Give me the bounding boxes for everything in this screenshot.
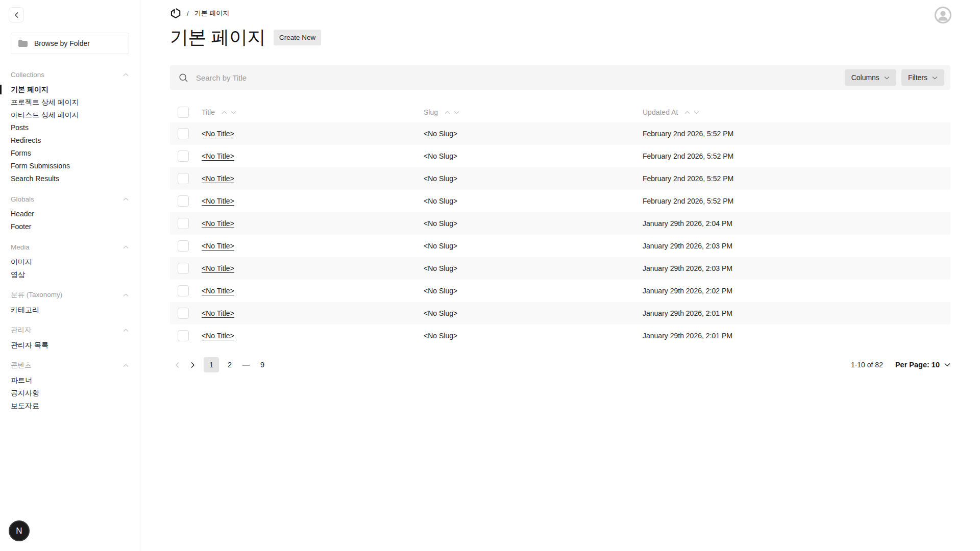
sidebar: Browse by Folder Collections 기본 페이지 프로젝트… bbox=[0, 0, 140, 551]
columns-button[interactable]: Columns bbox=[845, 69, 896, 86]
page-button-9[interactable]: 9 bbox=[255, 357, 270, 372]
sidebar-item-footer[interactable]: Footer bbox=[0, 220, 140, 233]
table-row: <No Title> <No Slug> February 2nd 2026, … bbox=[170, 122, 950, 145]
nav-group-content-header[interactable]: 콘텐츠 bbox=[0, 359, 140, 371]
sidebar-item-forms[interactable]: Forms bbox=[0, 147, 140, 160]
per-page-selector[interactable]: Per Page: 10 bbox=[895, 361, 950, 369]
row-checkbox[interactable] bbox=[178, 285, 189, 296]
row-title-link[interactable]: <No Title> bbox=[202, 242, 234, 250]
page-button-1[interactable]: 1 bbox=[204, 357, 219, 372]
sidebar-item-images[interactable]: 이미지 bbox=[0, 256, 140, 268]
sort-desc-icon[interactable] bbox=[454, 111, 459, 114]
row-title-link[interactable]: <No Title> bbox=[202, 287, 234, 295]
nav-group-collections-header[interactable]: Collections bbox=[0, 68, 140, 81]
row-title-link[interactable]: <No Title> bbox=[202, 152, 234, 160]
sidebar-item-redirects[interactable]: Redirects bbox=[0, 134, 140, 147]
sidebar-item-press-releases[interactable]: 보도자료 bbox=[0, 399, 140, 412]
row-checkbox[interactable] bbox=[178, 263, 189, 274]
chevron-up-icon bbox=[123, 197, 129, 201]
next-page-button[interactable] bbox=[185, 358, 200, 372]
nav-group-globals-header[interactable]: Globals bbox=[0, 193, 140, 205]
sort-asc-icon[interactable] bbox=[222, 111, 227, 114]
row-checkbox[interactable] bbox=[178, 240, 189, 252]
row-title-link[interactable]: <No Title> bbox=[202, 197, 234, 205]
row-title-link[interactable]: <No Title> bbox=[202, 332, 234, 340]
nav-group-media: Media 이미지 영상 bbox=[0, 241, 140, 281]
table-row: <No Title> <No Slug> January 29th 2026, … bbox=[170, 212, 950, 235]
row-checkbox[interactable] bbox=[178, 218, 189, 229]
previous-page-button[interactable] bbox=[170, 358, 184, 372]
row-title-link[interactable]: <No Title> bbox=[202, 219, 234, 228]
chevron-up-icon bbox=[123, 245, 129, 249]
sidebar-item-artist-detail-pages[interactable]: 아티스트 상세 페이지 bbox=[0, 109, 140, 121]
sidebar-item-project-detail-pages[interactable]: 프로젝트 상세 페이지 bbox=[0, 96, 140, 109]
row-title-link[interactable]: <No Title> bbox=[202, 264, 234, 272]
chevron-down-icon bbox=[944, 363, 950, 367]
sort-desc-icon[interactable] bbox=[231, 111, 236, 114]
nav-group-label: 분류 (Taxonomy) bbox=[11, 290, 62, 299]
select-all-checkbox[interactable] bbox=[178, 107, 189, 118]
row-title-link[interactable]: <No Title> bbox=[202, 309, 234, 317]
sidebar-item-header[interactable]: Header bbox=[0, 208, 140, 220]
dev-tools-widget-label: N bbox=[16, 526, 22, 536]
nav-group-admin-header[interactable]: 관리자 bbox=[0, 324, 140, 336]
search-input[interactable] bbox=[195, 73, 840, 83]
sidebar-item-form-submissions[interactable]: Form Submissions bbox=[0, 160, 140, 172]
table-row: <No Title> <No Slug> January 29th 2026, … bbox=[170, 280, 950, 302]
table-row: <No Title> <No Slug> January 29th 2026, … bbox=[170, 257, 950, 280]
row-slug: <No Slug> bbox=[424, 264, 643, 272]
breadcrumb-current[interactable]: 기본 페이지 bbox=[194, 9, 230, 18]
browse-by-folder-label: Browse by Folder bbox=[34, 39, 90, 47]
folder-icon bbox=[18, 40, 28, 47]
account-button[interactable] bbox=[935, 7, 951, 23]
row-title-link[interactable]: <No Title> bbox=[202, 174, 234, 183]
chevron-up-icon bbox=[123, 329, 129, 332]
results-summary: 1-10 of 82 bbox=[851, 361, 883, 369]
page-button-2[interactable]: 2 bbox=[222, 357, 237, 372]
nav-group-label: Globals bbox=[11, 195, 34, 203]
browse-by-folder-button[interactable]: Browse by Folder bbox=[11, 33, 129, 54]
page-ellipsis: — bbox=[242, 361, 250, 369]
nav-group-media-header[interactable]: Media bbox=[0, 241, 140, 253]
filters-button-label: Filters bbox=[908, 73, 927, 82]
chevron-left-icon bbox=[14, 12, 19, 18]
chevron-down-icon bbox=[884, 76, 890, 80]
sort-desc-icon[interactable] bbox=[694, 111, 699, 114]
sidebar-item-categories[interactable]: 카테고리 bbox=[0, 304, 140, 316]
row-updated-at: January 29th 2026, 2:02 PM bbox=[643, 287, 950, 295]
sidebar-item-posts[interactable]: Posts bbox=[0, 121, 140, 134]
sidebar-item-admin-list[interactable]: 관리자 목록 bbox=[0, 339, 140, 352]
nav-group-taxonomy-header[interactable]: 분류 (Taxonomy) bbox=[0, 289, 140, 301]
row-checkbox[interactable] bbox=[178, 330, 189, 341]
create-new-button[interactable]: Create New bbox=[274, 30, 321, 45]
row-title-link[interactable]: <No Title> bbox=[202, 130, 234, 138]
collection-table: Title Slug Updated At bbox=[170, 102, 950, 347]
row-checkbox[interactable] bbox=[178, 128, 189, 139]
nav-group-collections: Collections 기본 페이지 프로젝트 상세 페이지 아티스트 상세 페… bbox=[0, 68, 140, 185]
payload-logo-icon[interactable] bbox=[170, 8, 181, 19]
sidebar-item-notices[interactable]: 공지사항 bbox=[0, 387, 140, 399]
columns-button-label: Columns bbox=[851, 73, 879, 82]
row-checkbox[interactable] bbox=[178, 195, 189, 207]
sort-asc-icon[interactable] bbox=[445, 111, 450, 114]
chevron-up-icon bbox=[123, 364, 129, 367]
row-updated-at: January 29th 2026, 2:03 PM bbox=[643, 242, 950, 250]
sidebar-item-basic-pages[interactable]: 기본 페이지 bbox=[0, 83, 140, 96]
sidebar-item-partners[interactable]: 파트너 bbox=[0, 374, 140, 387]
dev-tools-widget-button[interactable]: N bbox=[9, 520, 30, 541]
app-window: Browse by Folder Collections 기본 페이지 프로젝트… bbox=[0, 0, 980, 551]
sidebar-item-videos[interactable]: 영상 bbox=[0, 268, 140, 281]
row-slug: <No Slug> bbox=[424, 309, 643, 317]
sidebar-item-search-results[interactable]: Search Results bbox=[0, 172, 140, 185]
list-controls-bar: Columns Filters bbox=[170, 65, 950, 90]
table-row: <No Title> <No Slug> February 2nd 2026, … bbox=[170, 190, 950, 212]
row-slug: <No Slug> bbox=[424, 197, 643, 205]
row-checkbox[interactable] bbox=[178, 173, 189, 184]
filters-button[interactable]: Filters bbox=[901, 69, 944, 86]
row-checkbox[interactable] bbox=[178, 151, 189, 162]
row-checkbox[interactable] bbox=[178, 308, 189, 319]
sort-asc-icon[interactable] bbox=[684, 111, 690, 114]
row-slug: <No Slug> bbox=[424, 287, 643, 295]
row-updated-at: January 29th 2026, 2:01 PM bbox=[643, 309, 950, 317]
collapse-sidebar-button[interactable] bbox=[9, 7, 24, 22]
